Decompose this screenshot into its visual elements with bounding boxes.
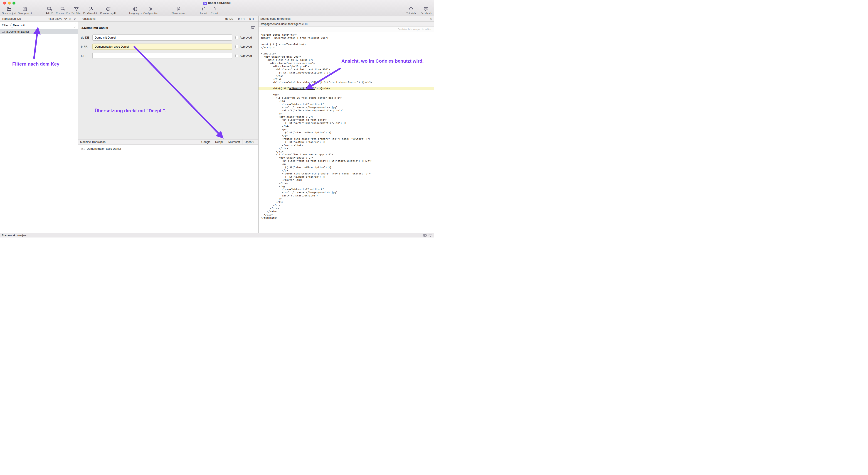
configuration-label: Configuration [144, 12, 158, 14]
add-id-icon [47, 6, 52, 11]
framework-label: Framework: vue-json [2, 234, 27, 237]
open-project-button[interactable]: Open project [2, 6, 16, 14]
refresh-icon[interactable]: ⟳ [64, 17, 67, 20]
set-filter-button[interactable]: Set Filter [71, 6, 82, 14]
globe-icon [133, 6, 138, 11]
tab-de-DE[interactable]: de-DE [223, 16, 236, 21]
approved-checkbox-fr[interactable] [236, 45, 238, 48]
remove-ids-label: Remove IDs [56, 12, 70, 14]
file-reference-label: src/pages/start/GuestStartPage.vue:18 [260, 23, 308, 26]
filter-row: Filter: [0, 22, 78, 29]
save-project-button[interactable]: Save project [18, 6, 32, 14]
approved-de: Approved [236, 36, 252, 39]
translation-id-label: a.Demo mit Daniel [6, 30, 29, 33]
filter-icon[interactable] [73, 17, 76, 20]
machine-translation-tabs: Google DeepL Microsoft OpenAI [199, 139, 256, 144]
translation-key-title: a.Demo mit Daniel [82, 26, 108, 30]
translations-header: Translations de-DE fr-FR it-IT [78, 16, 258, 22]
tab-microsoft[interactable]: Microsoft [226, 139, 242, 144]
pre-translate-button[interactable]: Pre-Translate [83, 6, 98, 14]
export-label: Export [211, 12, 218, 14]
clear-filter-icon[interactable]: ✕ [69, 17, 71, 20]
translations-panel: Translations de-DE fr-FR it-IT a.Demo mi… [78, 16, 258, 233]
shortcut-badge: ⌘1 [81, 147, 85, 150]
translations-title: Translations [80, 17, 96, 21]
app-logo-icon: b [204, 2, 207, 5]
magic-wand-icon [88, 6, 93, 11]
import-icon [201, 6, 206, 11]
machine-translation-title: Machine Translation [80, 140, 105, 144]
file-reference-bar[interactable]: src/pages/start/GuestStartPage.vue:18 [258, 22, 434, 27]
speech-bubble-icon [424, 6, 429, 11]
tutorials-label: Tutorials [406, 12, 416, 14]
translation-input-de[interactable] [92, 34, 232, 41]
approved-checkbox-it[interactable] [236, 54, 238, 57]
approved-label: Approved [240, 54, 252, 57]
languages-label: Languages [129, 12, 142, 14]
translation-id-item[interactable]: a.Demo mit Daniel [0, 29, 78, 34]
id-bubble-icon [2, 30, 5, 33]
approved-checkbox-de[interactable] [236, 36, 238, 39]
machine-translation-result: Démonstration avec Daniel [87, 147, 121, 150]
approved-label: Approved [240, 36, 252, 39]
window-title: bbabel-edit.babel [0, 1, 434, 5]
filter-label: Filter: [2, 24, 9, 27]
import-button[interactable]: Import [199, 6, 208, 14]
consistency-badge-icon [105, 6, 111, 11]
tab-openai[interactable]: OpenAI [242, 139, 256, 144]
remove-id-icon [60, 6, 65, 11]
source-references-header: Source code references ✕ [258, 16, 434, 22]
translation-row-fr: fr-FR Approved [81, 43, 256, 50]
toolbar-right: Tutorials Feedback [401, 6, 432, 14]
toolbar: Open project Save project Add ID Remove … [0, 6, 434, 16]
machine-translation-result-row[interactable]: ⌘1 Démonstration avec Daniel [81, 147, 256, 150]
filter-input[interactable] [10, 23, 76, 28]
export-button[interactable]: Export [210, 6, 219, 14]
save-project-label: Save project [18, 12, 32, 14]
source-references-panel: Source code references ✕ src/pages/start… [258, 16, 434, 233]
languages-button[interactable]: Languages [129, 6, 142, 14]
locale-label-de: de-DE [81, 36, 92, 39]
add-id-button[interactable]: Add ID [45, 6, 54, 14]
tab-it-IT[interactable]: it-IT [247, 16, 256, 21]
editor-hint-label: Double-click to open in editor [398, 28, 431, 31]
pre-translate-label: Pre-Translate [83, 12, 98, 14]
keyboard-icon[interactable] [423, 234, 427, 237]
locale-label-it: it-IT [81, 54, 92, 57]
tutorials-button[interactable]: Tutorials [406, 6, 416, 14]
configuration-button[interactable]: Configuration [144, 6, 158, 14]
tab-google[interactable]: Google [199, 139, 213, 144]
machine-translation-body: ⌘1 Démonstration avec Daniel [78, 145, 258, 233]
translation-ids-title: Translation IDs [2, 17, 21, 21]
translation-key-row: a.Demo mit Daniel [82, 26, 255, 30]
main-area: Translation IDs Filter active ⟳ ✕ Filter… [0, 16, 434, 233]
remove-ids-button[interactable]: Remove IDs [56, 6, 70, 14]
translation-row-it: it-IT Approved [81, 53, 256, 59]
tab-deepl[interactable]: DeepL [213, 139, 226, 144]
tab-fr-FR[interactable]: fr-FR [236, 16, 247, 21]
feedback-button[interactable]: Feedback [421, 6, 432, 14]
locale-tabs: de-DE fr-FR it-IT [223, 16, 256, 21]
translation-ids-header: Translation IDs Filter active ⟳ ✕ [0, 16, 78, 22]
save-icon [22, 6, 28, 11]
source-references-title: Source code references [260, 17, 290, 21]
machine-translation-header: Machine Translation Google DeepL Microso… [78, 139, 258, 145]
show-source-label: Show source [172, 12, 186, 14]
comment-icon[interactable] [251, 26, 255, 30]
export-icon [212, 6, 217, 11]
open-folder-icon [6, 6, 11, 11]
translation-row-de: de-DE Approved [81, 34, 256, 41]
translation-input-fr[interactable] [92, 43, 232, 50]
status-icons [423, 234, 432, 237]
display-icon[interactable] [429, 234, 432, 237]
consistency-ai-button[interactable]: ConsistencyAI [100, 6, 116, 14]
set-filter-label: Set Filter [71, 12, 82, 14]
show-source-button[interactable]: Show source [172, 6, 186, 14]
code-block: <script setup lang="ts">import { useTran… [258, 32, 434, 233]
consistency-ai-label: ConsistencyAI [100, 12, 116, 14]
translation-input-it[interactable] [92, 53, 232, 59]
close-panel-icon[interactable]: ✕ [430, 17, 432, 20]
approved-fr: Approved [236, 45, 252, 48]
graduation-cap-icon [408, 6, 413, 11]
locale-label-fr: fr-FR [81, 45, 92, 48]
